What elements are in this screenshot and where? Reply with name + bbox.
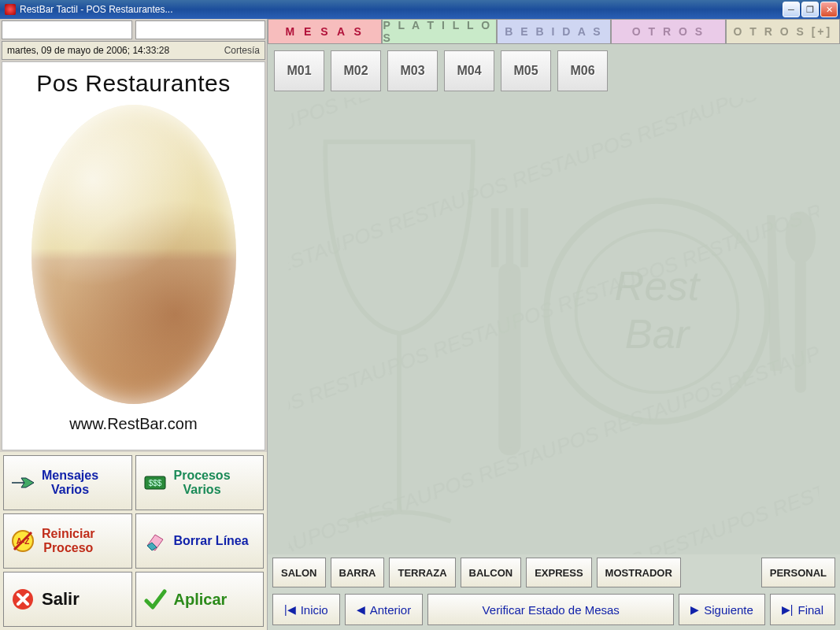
aplicar-label: Aplicar [174, 591, 228, 609]
loc-salon[interactable]: SALON [272, 558, 326, 587]
titlebar: RestBar Tactil - POS Restaurantes... ─ ❐… [0, 0, 840, 19]
borrar-label: Borrar Línea [174, 534, 249, 548]
tab-mesas[interactable]: M E S A S [268, 19, 382, 44]
mensajes-label: Mensajes Varios [42, 469, 98, 498]
svg-rect-9 [289, 98, 820, 554]
main-content-area: POS RESTAURANTES [268, 98, 840, 554]
reiniciar-proceso-button[interactable]: A-Z Reiniciar Proceso [3, 513, 132, 569]
promo-title: Pos Restaurantes [36, 70, 230, 97]
mensajes-varios-button[interactable]: Mensajes Varios [3, 455, 132, 510]
right-panel: M E S A S P L A T I L L O S B E B I D A … [268, 19, 840, 630]
svg-rect-14 [502, 267, 517, 451]
cortesia-label: Cortesía [224, 45, 260, 56]
nav-row: |◀ Inicio ◀ Anterior Verificar Estado de… [268, 591, 840, 630]
restbar-watermark: POS RESTAURANTES [268, 98, 840, 554]
money-icon: $$$ [142, 470, 168, 495]
left-actions: Mensajes Varios $$$ Procesos Varios A-Z … [0, 452, 267, 630]
next-icon: ▶ [690, 603, 699, 616]
check-icon [142, 587, 168, 612]
tab-otros-plus[interactable]: O T R O S [+] [726, 19, 840, 44]
loc-balcon[interactable]: BALCON [461, 558, 522, 587]
top-box-1 [2, 20, 132, 39]
promo-url: www.RestBar.com [69, 415, 197, 433]
procesos-varios-button[interactable]: $$$ Procesos Varios [135, 455, 265, 510]
datetime-text: martes, 09 de mayo de 2006; 14:33:28 [7, 45, 169, 56]
top-box-2 [135, 20, 266, 39]
loc-mostrador[interactable]: MOSTRADOR [597, 558, 681, 587]
prev-icon: ◀ [357, 603, 365, 616]
maximize-button[interactable]: ❐ [801, 2, 819, 17]
nav-siguiente[interactable]: ▶ Siguiente [679, 594, 765, 625]
svg-text:$$$: $$$ [148, 479, 161, 487]
borrar-linea-button[interactable]: Borrar Línea [135, 513, 265, 569]
top-info-boxes [0, 19, 267, 41]
salir-label: Salir [42, 589, 80, 609]
last-icon: ▶| [782, 603, 794, 616]
category-tabs: M E S A S P L A T I L L O S B E B I D A … [268, 19, 840, 44]
promo-images [31, 105, 236, 404]
promo-area: Pos Restaurantes www.RestBar.com [2, 61, 265, 450]
loc-barra[interactable]: BARRA [331, 558, 385, 587]
datetime-row: martes, 09 de mayo de 2006; 14:33:28 Cor… [2, 41, 265, 60]
minimize-button[interactable]: ─ [783, 2, 800, 17]
app-icon [5, 4, 16, 15]
loc-terraza[interactable]: TERRAZA [389, 558, 455, 587]
svg-point-17 [786, 212, 815, 263]
tables-bar: M01 M02 M03 M04 M05 M06 [268, 44, 840, 98]
window-title: RestBar Tactil - POS Restaurantes... [20, 4, 173, 15]
window-controls: ─ ❐ ✕ [783, 2, 838, 17]
nav-inicio[interactable]: |◀ Inicio [272, 594, 340, 625]
loc-personal[interactable]: PERSONAL [761, 558, 835, 587]
table-m05[interactable]: M05 [501, 50, 551, 91]
procesos-label: Procesos Varios [174, 469, 231, 498]
watermark-text-rest: Rest [615, 263, 701, 309]
locations-row: SALON BARRA TERRAZA BALCON EXPRESS MOSTR… [268, 554, 840, 591]
left-panel: martes, 09 de mayo de 2006; 14:33:28 Cor… [0, 19, 268, 630]
eraser-icon [142, 528, 168, 554]
salir-button[interactable]: Salir [3, 572, 132, 627]
prohibit-icon: A-Z [10, 528, 35, 554]
table-m01[interactable]: M01 [274, 50, 324, 91]
reiniciar-label: Reiniciar Proceso [42, 527, 95, 556]
aplicar-button[interactable]: Aplicar [135, 572, 265, 627]
close-x-icon [10, 587, 35, 612]
svg-rect-18 [795, 260, 805, 392]
first-icon: |◀ [284, 603, 296, 616]
loc-express[interactable]: EXPRESS [526, 558, 591, 587]
table-m04[interactable]: M04 [444, 50, 494, 91]
tab-platillos[interactable]: P L A T I L L O S [382, 19, 496, 44]
tab-bebidas[interactable]: B E B I D A S [497, 19, 611, 44]
nav-anterior[interactable]: ◀ Anterior [345, 594, 424, 625]
hand-point-icon [10, 470, 35, 495]
table-m03[interactable]: M03 [387, 50, 438, 91]
watermark-text-bar: Bar [625, 311, 691, 357]
close-button[interactable]: ✕ [820, 2, 838, 17]
tab-otros[interactable]: O T R O S [611, 19, 725, 44]
nav-verificar[interactable]: Verificar Estado de Mesas [427, 594, 674, 625]
table-m02[interactable]: M02 [331, 50, 381, 91]
nav-final[interactable]: ▶| Final [770, 594, 835, 625]
table-m06[interactable]: M06 [557, 50, 608, 91]
